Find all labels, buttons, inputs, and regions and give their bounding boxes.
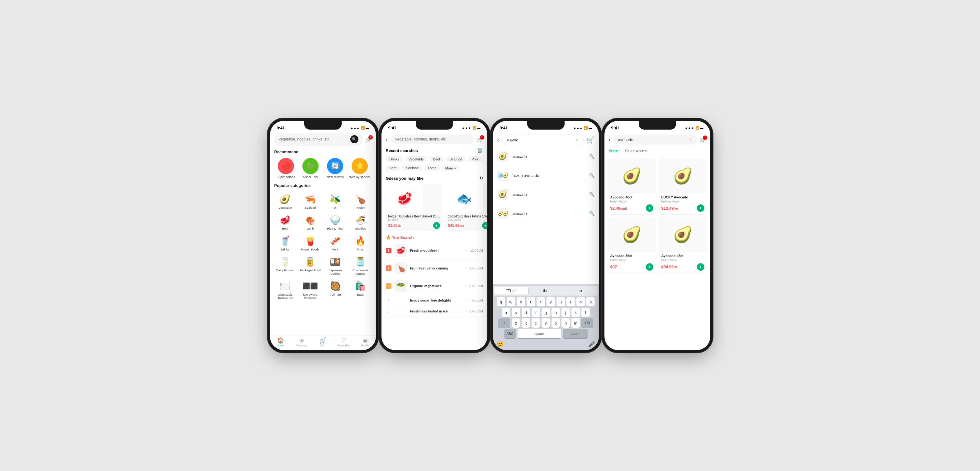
nav-cart[interactable]: 🛒 Cart <box>312 338 334 347</box>
search-input-s4[interactable] <box>618 137 687 142</box>
key-r[interactable]: r <box>527 297 535 307</box>
kb-sug-to[interactable]: to <box>563 287 598 294</box>
key-s[interactable]: s <box>512 308 520 317</box>
key-return[interactable]: return <box>563 329 588 338</box>
cat-dairy[interactable]: 🥛 Dairy Product <box>273 253 298 277</box>
cat-oil[interactable]: 🫒 Oil <box>323 191 348 211</box>
top-search-item-5[interactable]: 5 Freshness tasted in ice › 3.4K Sold <box>382 306 487 317</box>
tag-pork[interactable]: Pork <box>468 156 482 162</box>
cart-icon-s3[interactable]: 🛒 <box>587 136 595 143</box>
cat-vegetable[interactable]: 🥑 Vegetable <box>273 191 298 211</box>
key-q[interactable]: q <box>497 297 505 307</box>
back-button-s3[interactable]: ‹ <box>497 137 499 143</box>
key-shift[interactable]: ⇧ <box>498 318 510 328</box>
cat-drinks[interactable]: 🥤 Drinks <box>273 233 298 253</box>
search-input-s1[interactable] <box>279 137 348 142</box>
grid-card-1[interactable]: 🥑 Avocado 48ct Fresh Vege $2.49/unit + <box>608 159 656 215</box>
back-button-s2[interactable]: ‹ <box>386 136 388 143</box>
key-e[interactable]: e <box>517 297 525 307</box>
suggestion-4[interactable]: 🥑🥑 avocado 🔍 <box>493 204 599 223</box>
delete-recent-icon[interactable]: 🗑️ <box>477 148 483 154</box>
key-f[interactable]: f <box>531 308 540 317</box>
clear-button-s4[interactable]: ✕ <box>689 137 692 142</box>
nav-category[interactable]: ⊞ Category <box>291 338 312 347</box>
key-w[interactable]: w <box>507 297 515 307</box>
key-x[interactable]: x <box>522 318 530 328</box>
cart-icon-s4[interactable]: 🛒 1 <box>700 137 706 143</box>
top-search-item-2[interactable]: 2 🍗 Fruit Festival is coming › 9.4K Sold <box>382 259 487 277</box>
cat-bags[interactable]: 🛍️ Bags <box>348 278 373 302</box>
cat-pork[interactable]: 🥓 Pork <box>323 233 348 253</box>
key-b[interactable]: b <box>552 318 560 328</box>
add-to-cart-2[interactable]: + <box>482 222 487 229</box>
key-space[interactable]: space <box>517 329 561 338</box>
cat-japanese[interactable]: 🍱 Japanese Cuisine <box>323 253 348 277</box>
suggestion-1[interactable]: 🥑 avocado 🔍 <box>493 147 599 166</box>
search-bar-s1[interactable]: 🔍 <box>274 133 363 146</box>
refresh-icon[interactable]: ↻ <box>479 176 483 181</box>
cat-microwave[interactable]: ⬛⬛ Microwave Container <box>298 278 323 302</box>
key-i[interactable]: i <box>566 297 575 307</box>
key-g[interactable]: g <box>541 308 550 317</box>
search-input-s2[interactable] <box>391 135 474 144</box>
grid-card-4[interactable]: 🥑 Avocado 48ct Fresh Vege $84.99/ct + <box>659 217 707 273</box>
cat-packaged[interactable]: 🥫 Packaged Food <box>298 253 323 277</box>
cat-lamb[interactable]: 🍖 Lamb <box>298 212 323 232</box>
cat-rice-flour[interactable]: 🍚 Rice & Flour <box>323 212 348 232</box>
key-d[interactable]: d <box>522 308 530 317</box>
product-card-2[interactable]: 🐟 18oz-20oz Basa Fillets 10kg $56.99/2lb… <box>445 185 487 231</box>
kb-sug-the[interactable]: the <box>529 287 563 294</box>
cat-beef[interactable]: 🥩 Beef <box>273 212 298 232</box>
cart-icon-s2[interactable]: 🛒 1 <box>477 137 483 142</box>
tag-lamb[interactable]: Lamb <box>424 165 440 171</box>
add-btn-2[interactable]: + <box>697 204 705 212</box>
quick-item-weekly-special[interactable]: ⭐ Weekly special <box>348 158 372 179</box>
tag-vegetable[interactable]: Vegetable <box>405 156 428 162</box>
key-y[interactable]: y <box>547 297 555 307</box>
tag-seafood[interactable]: Seafood <box>445 156 466 162</box>
search-button-s1[interactable]: 🔍 <box>350 135 358 143</box>
filter-sales[interactable]: Sales volume <box>625 149 648 153</box>
key-m[interactable]: m <box>571 318 580 328</box>
key-h[interactable]: h <box>552 308 560 317</box>
cat-poultry[interactable]: 🍗 Poultry <box>348 191 373 211</box>
add-btn-4[interactable]: + <box>697 263 705 271</box>
quick-item-super-combo[interactable]: 🔴 Super combo <box>274 158 298 179</box>
tag-drinks[interactable]: Drinks <box>386 156 403 162</box>
add-btn-1[interactable]: + <box>646 204 653 212</box>
tag-more[interactable]: More ⌄ <box>442 165 460 171</box>
quick-item-new-arrivals[interactable]: 🔄 New arrivals <box>323 158 347 179</box>
key-k[interactable]: k <box>571 308 580 317</box>
key-c[interactable]: c <box>531 318 540 328</box>
top-search-item-4[interactable]: 4 Enjoy sugar-free delights › 5K Sold <box>382 295 487 306</box>
add-to-cart-1[interactable]: + <box>433 222 440 229</box>
mic-icon[interactable]: 🎤 <box>588 341 595 348</box>
key-o[interactable]: o <box>576 297 585 307</box>
key-l[interactable]: l <box>581 308 590 317</box>
grid-card-2[interactable]: 🥑 LUCKY Avocado Frozen Vege $12.49/kg + <box>659 159 707 215</box>
emoji-icon[interactable]: 😊 <box>497 341 504 348</box>
back-button-s4[interactable]: ‹ <box>609 137 611 143</box>
nav-profile[interactable]: ◉ Profile <box>355 338 376 347</box>
nav-home[interactable]: 🏠 Home <box>270 338 291 347</box>
tag-beef[interactable]: Beef <box>430 156 444 162</box>
suggestion-2[interactable]: 🧊🥑 frozen avocado 🔍 <box>493 166 599 185</box>
cat-noodles[interactable]: 🍜 Noodles <box>348 212 373 232</box>
cat-frozen[interactable]: 🍟 Frozen Foods <box>298 233 323 253</box>
key-abc[interactable]: ABC <box>504 329 516 338</box>
add-btn-3[interactable]: + <box>646 263 653 271</box>
kb-sug-the-quoted[interactable]: "The" <box>494 287 528 294</box>
key-a[interactable]: a <box>502 308 510 317</box>
cat-fires[interactable]: 🔥 Fires <box>348 233 373 253</box>
key-t[interactable]: t <box>536 297 545 307</box>
top-search-item-1[interactable]: 1 🥩 Fresh mouthfeel ! › 12K Sold <box>382 242 487 259</box>
cat-disposable[interactable]: 🍽️ Disposable Tablewares <box>273 278 298 302</box>
cat-condiments[interactable]: 🫙 Condiments Sauces <box>348 253 373 277</box>
key-u[interactable]: u <box>557 297 565 307</box>
cat-foil-pan[interactable]: 🥘 Foil Pan <box>323 278 348 302</box>
cart-icon-s1[interactable]: 🛒 1 <box>365 137 372 142</box>
suggestion-3[interactable]: 🥑 avocado 🔍 <box>493 185 599 204</box>
tag-seefood[interactable]: Seefood <box>402 165 422 171</box>
key-n[interactable]: n <box>562 318 570 328</box>
top-search-item-3[interactable]: 3 🥗 Organic vegetables › 6.8K Sold <box>382 277 487 295</box>
